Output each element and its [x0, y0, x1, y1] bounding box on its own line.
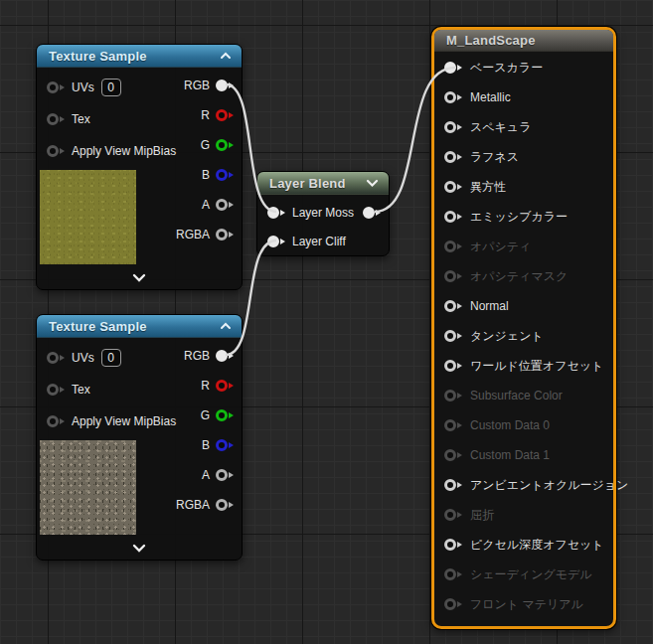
- material-input-pin-pin[interactable]: [444, 330, 462, 342]
- material-pin-row-pin: ラフネス: [434, 142, 613, 172]
- uvs-value-box[interactable]: 0: [101, 349, 121, 367]
- pin-label: B: [202, 168, 210, 182]
- node-m-landscape[interactable]: M_LandScape ベースカラーMetallicスペキュララフネス異方性エミ…: [431, 27, 616, 629]
- input-pin-apply-view-mipbias[interactable]: [47, 415, 65, 427]
- output-pin-rgba[interactable]: [216, 499, 234, 511]
- output-pin-a[interactable]: [216, 469, 234, 481]
- pin-label: アンビエントオクルージョン: [470, 477, 628, 494]
- material-input-pin-custom-data-0[interactable]: [444, 419, 462, 431]
- material-input-pin-pin[interactable]: [444, 62, 462, 74]
- output-pin-b[interactable]: [216, 169, 234, 181]
- material-input-pin-pin[interactable]: [444, 539, 462, 551]
- pin-label: RGBA: [176, 228, 210, 242]
- pin-label: シェーディングモデル: [470, 566, 592, 583]
- texture-preview-moss[interactable]: [40, 170, 136, 264]
- input-pin-apply-view-mipbias[interactable]: [47, 145, 65, 157]
- output-row-a: A: [202, 465, 234, 485]
- pin-label: 屈折: [470, 507, 494, 524]
- input-pin-layer-cliff[interactable]: [267, 236, 285, 247]
- input-pin-tex[interactable]: [47, 113, 65, 125]
- input-row-layer-cliff: Layer Cliff: [267, 232, 346, 251]
- expand-chevron-icon[interactable]: [132, 273, 146, 282]
- input-row-tex: Tex: [47, 380, 90, 400]
- node-header[interactable]: Layer Blend: [257, 172, 389, 195]
- pin-label: Tex: [72, 383, 90, 397]
- input-pin-uvs[interactable]: [47, 352, 65, 364]
- material-input-pin-pin[interactable]: [444, 479, 462, 491]
- pin-label: Custom Data 1: [470, 448, 550, 462]
- material-input-pin-pin[interactable]: [444, 270, 462, 282]
- pin-label: G: [201, 408, 210, 422]
- material-input-pin-pin[interactable]: [444, 181, 462, 193]
- material-pin-row-pin: フロント マテリアル: [434, 589, 613, 619]
- material-pin-row-metallic: Metallic: [434, 82, 613, 112]
- output-pin-r[interactable]: [216, 380, 234, 392]
- texture-preview-cliff[interactable]: [40, 440, 136, 535]
- pin-label: RGB: [184, 349, 210, 363]
- output-row-b: B: [202, 165, 234, 185]
- material-pin-row-subsurface-color: Subsurface Color: [434, 381, 613, 410]
- node-header[interactable]: Texture Sample: [37, 45, 242, 68]
- expand-chevron-icon[interactable]: [132, 544, 146, 553]
- output-row-rgb: RGB: [184, 346, 234, 366]
- material-pin-row-pin: 異方性: [434, 172, 613, 202]
- material-pin-row-pin: エミッシブカラー: [434, 202, 613, 232]
- material-pin-row-pin: ワールド位置オフセット: [434, 351, 613, 381]
- pin-label: オパシティ: [470, 239, 531, 255]
- input-row-apply-view-mipbias: Apply View MipBias: [47, 141, 176, 161]
- node-texture-sample-2[interactable]: Texture Sample UVs0TexApply View MipBias…: [36, 314, 243, 561]
- output-row-rgba: RGBA: [176, 495, 234, 515]
- output-pin-g[interactable]: [216, 409, 234, 421]
- output-pin-a[interactable]: [216, 199, 234, 211]
- output-pin-b[interactable]: [216, 439, 234, 451]
- output-pin-rgb[interactable]: [216, 350, 234, 362]
- pin-label: R: [201, 108, 210, 122]
- output-row-g: G: [201, 405, 234, 425]
- input-row-apply-view-mipbias: Apply View MipBias: [47, 411, 176, 431]
- material-input-pin-subsurface-color[interactable]: [444, 390, 462, 402]
- input-pin-uvs[interactable]: [47, 81, 65, 93]
- pin-label: UVs: [72, 351, 94, 365]
- pin-label: ベースカラー: [470, 60, 543, 77]
- input-pin-tex[interactable]: [47, 384, 65, 396]
- pin-label: ピクセル深度オフセット: [470, 537, 604, 554]
- output-row-rgb: RGB: [184, 76, 234, 95]
- material-pin-row-pin: アンビエントオクルージョン: [434, 470, 613, 500]
- node-layer-blend[interactable]: Layer Blend Layer MossLayer Cliff: [256, 171, 390, 256]
- node-texture-sample-1[interactable]: Texture Sample UVs0TexApply View MipBias…: [36, 44, 243, 290]
- pin-label: Layer Moss: [292, 206, 354, 220]
- material-pin-row-pin: オパシティマスク: [434, 261, 613, 291]
- output-pin-r[interactable]: [216, 109, 234, 121]
- output-pin-rgb[interactable]: [216, 80, 234, 91]
- uvs-value-box[interactable]: 0: [101, 79, 121, 96]
- output-pin-g[interactable]: [216, 139, 234, 151]
- material-input-pin-metallic[interactable]: [444, 91, 462, 103]
- node-header[interactable]: Texture Sample: [37, 315, 242, 338]
- material-input-pin-pin[interactable]: [444, 360, 462, 372]
- material-input-pin-custom-data-1[interactable]: [444, 449, 462, 461]
- material-input-pin-pin[interactable]: [444, 211, 462, 223]
- material-input-pin-pin[interactable]: [444, 121, 462, 133]
- collapse-chevron-icon[interactable]: [220, 52, 232, 60]
- material-input-pin-pin[interactable]: [444, 151, 462, 163]
- material-input-pin-pin[interactable]: [444, 568, 462, 580]
- material-input-pin-pin[interactable]: [444, 598, 462, 610]
- layer-blend-output-pin[interactable]: [363, 207, 381, 219]
- node-header[interactable]: M_LandScape: [434, 30, 613, 52]
- pin-label: Subsurface Color: [470, 389, 563, 402]
- output-pin-rgba[interactable]: [216, 229, 234, 241]
- material-pin-row-custom-data-0: Custom Data 0: [434, 410, 613, 440]
- material-pin-row-pin: スペキュラ: [434, 112, 613, 142]
- input-pin-layer-moss[interactable]: [267, 207, 285, 219]
- node-title: M_LandScape: [446, 33, 603, 48]
- material-input-pin-pin[interactable]: [444, 241, 462, 252]
- node-title: Texture Sample: [49, 319, 220, 334]
- material-graph-canvas[interactable]: Texture Sample UVs0TexApply View MipBias…: [0, 0, 653, 644]
- dropdown-chevron-icon[interactable]: [366, 179, 379, 188]
- material-input-pin-normal[interactable]: [444, 300, 462, 312]
- node-title: Texture Sample: [49, 49, 220, 64]
- pin-label: R: [201, 379, 210, 393]
- material-input-pin-pin[interactable]: [444, 509, 462, 521]
- collapse-chevron-icon[interactable]: [220, 322, 232, 330]
- pin-label: RGB: [184, 79, 210, 92]
